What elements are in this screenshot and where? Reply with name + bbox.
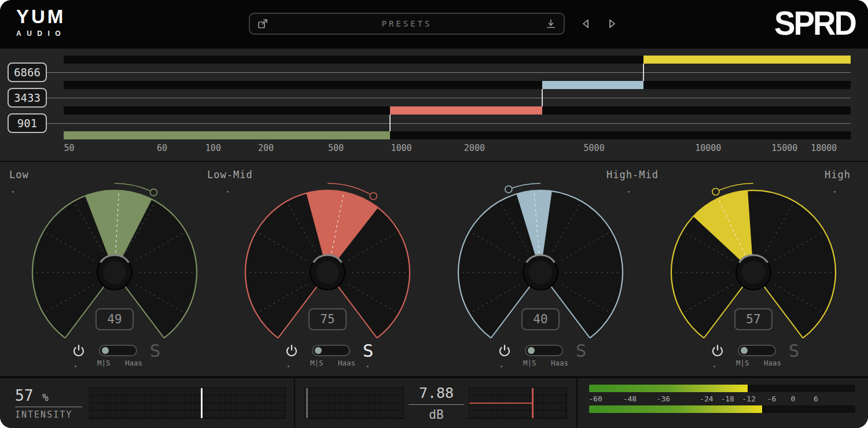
knob-center — [103, 261, 126, 284]
power-button[interactable] — [710, 343, 725, 358]
intensity-slider[interactable] — [89, 388, 286, 419]
crossover-handle-901[interactable] — [389, 115, 391, 131]
ms-haas-toggle[interactable] — [312, 345, 350, 356]
crossover-handle-6866[interactable] — [643, 64, 644, 81]
prev-preset-button[interactable] — [579, 17, 593, 31]
intensity-section: 57 % INTENSITY — [0, 378, 295, 428]
meter-scale-label: -36 — [657, 394, 670, 403]
band-bars-region — [64, 56, 851, 140]
haas-label: Haas — [125, 359, 142, 367]
ms-haas-toggle[interactable] — [525, 345, 563, 356]
export-preset-button[interactable] — [256, 17, 270, 31]
meter-scale-label: -24 — [700, 394, 713, 403]
umlaut-dots-icon — [42, 9, 49, 11]
haas-label: Haas — [338, 359, 355, 367]
band-bar-high-mid — [64, 81, 851, 89]
needle-handle[interactable] — [370, 193, 377, 200]
meter-scale-label: -12 — [742, 394, 755, 403]
meter-scale-label: 6 — [814, 394, 818, 403]
toggle-knob[interactable] — [528, 347, 535, 354]
ms-haas-toggle[interactable] — [738, 345, 776, 356]
needle-handle[interactable] — [712, 188, 719, 195]
freq-axis-label: 18000 — [811, 143, 837, 153]
needle-handle[interactable] — [150, 189, 157, 196]
preset-nav — [579, 17, 619, 31]
intensity-slider-handle[interactable] — [201, 388, 203, 418]
brand-logo: YUM AUDIO — [16, 7, 66, 38]
ms-label: M|S — [310, 359, 323, 367]
needle-handle[interactable] — [505, 186, 512, 193]
ms-label: M|S — [523, 359, 536, 367]
intensity-unit: % — [42, 391, 49, 403]
share-icon — [257, 18, 269, 29]
preset-controls: PRESETS — [249, 13, 619, 35]
band-controls: S — [10, 342, 221, 359]
gain-fill-line — [469, 403, 532, 404]
gain-readout: 7.88 dB — [406, 385, 466, 422]
freq-axis-label: 50 — [64, 143, 74, 153]
spread-value-high-mid[interactable]: 40 — [521, 308, 560, 330]
freq-axis-label: 10000 — [695, 143, 721, 153]
next-preset-button[interactable] — [605, 17, 619, 31]
crossover-value-high[interactable]: 6866 — [8, 62, 47, 82]
meter-scale-label: 0 — [790, 394, 795, 403]
meter-bar-left — [589, 385, 855, 392]
power-button[interactable] — [284, 343, 299, 358]
haas-label: Haas — [551, 359, 568, 367]
solo-button[interactable]: S — [150, 342, 161, 360]
next-triangle-icon — [608, 19, 617, 29]
ms-label: M|S — [736, 359, 749, 367]
meter-section: -60-48-36-24-18-12-606 — [578, 378, 868, 428]
crossover-track-mid[interactable] — [46, 98, 851, 98]
preset-bar[interactable]: PRESETS — [249, 13, 565, 35]
prev-triangle-icon — [581, 19, 590, 29]
toggle-knob[interactable] — [315, 347, 322, 354]
toggle-labels: M|S Haas — [97, 359, 142, 367]
band-bar-high — [64, 56, 851, 64]
meter-scale-label: -48 — [623, 394, 637, 403]
solo-button[interactable]: S — [576, 342, 587, 360]
crossover-value-low[interactable]: 901 — [8, 113, 47, 133]
crossover-track-high[interactable] — [46, 72, 851, 73]
band-segment-low — [64, 131, 390, 139]
power-button[interactable] — [71, 343, 86, 358]
crossover-panel: 6866 3433 901 50601002005001000200050001… — [0, 49, 868, 162]
gain-left-handle[interactable] — [306, 388, 308, 418]
power-button[interactable] — [497, 343, 512, 358]
band-section-low-mid: 75 S M|S Haas — [221, 162, 434, 376]
crossover-handle-3433[interactable] — [542, 89, 543, 106]
power-icon — [498, 344, 512, 357]
knob-center — [742, 261, 765, 284]
save-preset-button[interactable] — [544, 17, 558, 31]
meter-scale-label: -60 — [589, 394, 602, 403]
toggle-knob[interactable] — [102, 347, 109, 354]
power-icon — [285, 344, 299, 357]
meter-scale: -60-48-36-24-18-12-606 — [589, 394, 855, 404]
header: YUM AUDIO PRESETS — [0, 0, 868, 49]
spread-value-high[interactable]: 57 — [734, 308, 773, 330]
crossover-value-mid[interactable]: 3433 — [8, 88, 47, 108]
toggle-knob[interactable] — [741, 347, 748, 354]
ms-haas-toggle[interactable] — [99, 345, 137, 356]
meter-scale-label: -6 — [767, 394, 777, 403]
solo-button[interactable]: S — [363, 342, 374, 360]
gain-slider-right[interactable] — [469, 388, 567, 419]
gain-unit: dB — [406, 408, 466, 422]
band-segment-high — [643, 56, 851, 64]
spread-value-low[interactable]: 49 — [95, 308, 134, 330]
solo-button[interactable]: S — [789, 342, 800, 360]
gain-slider-handle[interactable] — [532, 388, 534, 418]
knob-center — [529, 261, 552, 284]
knob-center — [316, 261, 339, 284]
gain-slider-left[interactable] — [304, 388, 404, 419]
power-icon — [711, 344, 724, 357]
meter-bar-right — [589, 405, 855, 413]
indicator-dot — [75, 366, 76, 367]
spread-value-low-mid[interactable]: 75 — [308, 308, 347, 330]
band-controls: S — [649, 342, 860, 359]
needle-track — [509, 183, 540, 189]
preset-name[interactable]: PRESETS — [270, 19, 544, 28]
spread-panel: Low Low-Mid High-Mid High 49 S M — [0, 162, 868, 377]
crossover-track-low[interactable] — [46, 123, 851, 124]
freq-axis-label: 60 — [157, 143, 167, 153]
